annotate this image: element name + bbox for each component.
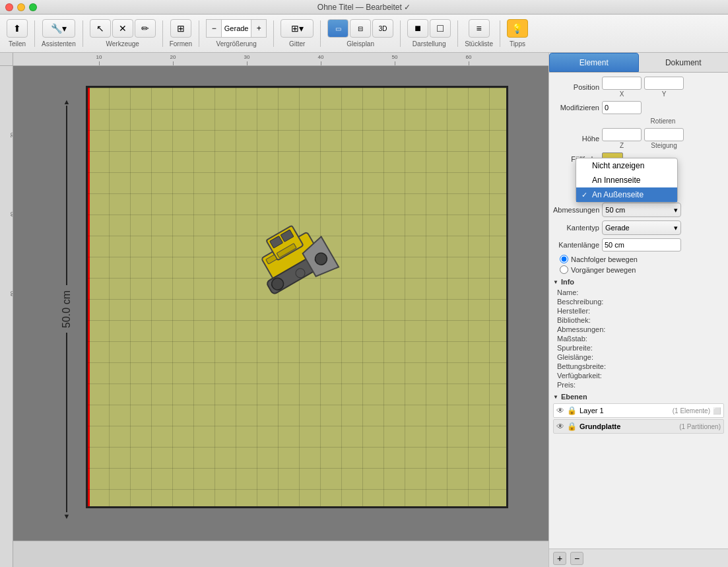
add-layer-button[interactable]: + bbox=[553, 552, 566, 565]
window-title: Ohne Titel — Bearbeitet ✓ bbox=[317, 3, 411, 12]
drawing-canvas[interactable]: ▲ 50.0 cm ▼ bbox=[13, 66, 548, 541]
stueckliste-label: Stückliste bbox=[465, 40, 493, 48]
tab-document[interactable]: Dokument bbox=[639, 53, 729, 72]
measure-bar bbox=[0, 541, 548, 567]
divider-1 bbox=[34, 20, 35, 47]
gleisplan-top-button[interactable]: ⊟ bbox=[350, 19, 371, 38]
zoom-out-button[interactable]: − bbox=[206, 19, 222, 38]
info-list: Name: Beschreibung: Hersteller: Biblioth… bbox=[553, 288, 724, 389]
kantentyp-dropdown[interactable]: Gerade ▾ bbox=[602, 220, 681, 235]
abmessungen-dropdown[interactable]: 50 cm ▾ bbox=[602, 203, 681, 217]
ruler-corner bbox=[0, 53, 13, 66]
layer-1-row[interactable]: 👁 🔒 Layer 1 (1 Elemente) ⬜ bbox=[553, 403, 724, 418]
darstellung-filled-button[interactable]: ■ bbox=[407, 19, 428, 38]
grundplatte-name: Grundplatte bbox=[579, 422, 677, 430]
toolbar-group-tipps: 💡 Tipps bbox=[503, 17, 532, 50]
position-label: Position bbox=[553, 83, 599, 91]
divider-7 bbox=[400, 20, 401, 47]
tab-element[interactable]: Element bbox=[549, 53, 639, 72]
hoehe-z-input[interactable] bbox=[602, 128, 642, 141]
dropdown-item-aussenseite[interactable]: ✓ An Außenseite bbox=[576, 187, 677, 202]
toolbar-group-gleisplan: ▭ ⊟ 3D Gleisplan bbox=[323, 17, 397, 50]
info-section-header: ▼ Info bbox=[553, 278, 724, 286]
steigung-label: Steigung bbox=[651, 142, 677, 149]
y-label: Y bbox=[662, 90, 667, 98]
fuellfarbe-dropdown-menu[interactable]: Nicht anzeigen An Innenseite ✓ An Außens… bbox=[576, 158, 678, 203]
grundplatte-lock-icon[interactable]: 🔒 bbox=[567, 422, 577, 431]
nachfolger-row: Nachfolger bewegen bbox=[553, 255, 724, 263]
right-panel: Element Dokument Position X Y Modifizier… bbox=[548, 53, 728, 567]
remove-layer-button[interactable]: − bbox=[570, 552, 583, 565]
vorgaenger-label: Vorgänger bewegen bbox=[571, 266, 636, 274]
divider-8 bbox=[457, 20, 458, 47]
gleisplan-3d-button[interactable]: 3D bbox=[372, 19, 393, 38]
toolbar-group-formen: ⊞ Formen bbox=[166, 17, 196, 50]
canvas-area[interactable]: 10 20 30 40 50 60 20 40 60 bbox=[0, 53, 548, 567]
titlebar: Ohne Titel — Bearbeitet ✓ bbox=[0, 0, 728, 15]
info-abmessungen: Abmessungen: bbox=[553, 325, 724, 333]
panel-tabs[interactable]: Element Dokument bbox=[549, 53, 728, 73]
divider-4 bbox=[199, 20, 199, 47]
delete-tool-button[interactable]: ✕ bbox=[112, 19, 133, 38]
gitter-button[interactable]: ⊞▾ bbox=[281, 19, 314, 38]
gleisplan-label: Gleisplan bbox=[347, 40, 374, 48]
z-label: Z bbox=[620, 142, 624, 149]
info-bettungsbreite: Bettungsbreite: bbox=[553, 362, 724, 370]
divider-2 bbox=[83, 20, 83, 47]
info-bibliothek: Bibliothek: bbox=[553, 316, 724, 324]
info-triangle: ▼ bbox=[553, 279, 558, 285]
zoom-controls[interactable]: − Gerade + bbox=[206, 19, 267, 38]
x-label: X bbox=[620, 90, 624, 98]
teilen-label: Teilen bbox=[9, 40, 26, 48]
hoehe-row: Höhe Z Steigung bbox=[553, 128, 724, 149]
select-tool-button[interactable]: ↖ bbox=[90, 19, 111, 38]
panel-bottom-bar: + − bbox=[549, 549, 728, 567]
nachfolger-radio[interactable] bbox=[560, 255, 568, 263]
zoom-in-button[interactable]: + bbox=[251, 19, 267, 38]
darstellung-outline-button[interactable]: □ bbox=[430, 19, 451, 38]
stueckliste-button[interactable]: ≡ bbox=[469, 19, 490, 38]
close-button[interactable] bbox=[5, 3, 13, 11]
divider-3 bbox=[162, 20, 163, 47]
toolbar-group-teilen: ⬆ Teilen bbox=[3, 17, 32, 50]
vorgaenger-row: Vorgänger bewegen bbox=[553, 265, 724, 274]
werkzeuge-label: Werkzeuge bbox=[106, 40, 139, 48]
layer-1-name: Layer 1 bbox=[579, 407, 670, 415]
hoehe-label: Höhe bbox=[553, 135, 599, 143]
teilen-button[interactable]: ⬆ bbox=[7, 19, 28, 38]
info-hersteller: Hersteller: bbox=[553, 307, 724, 315]
draw-tool-button[interactable]: ✏ bbox=[135, 19, 156, 38]
maximize-button[interactable] bbox=[29, 3, 37, 11]
kantenlaenge-row: Kantenlänge bbox=[553, 238, 724, 251]
layer-1-lock-icon[interactable]: 🔒 bbox=[567, 406, 577, 415]
dropdown-item-nicht-anzeigen[interactable]: Nicht anzeigen bbox=[576, 158, 677, 173]
dropdown-item-innenseite[interactable]: An Innenseite bbox=[576, 173, 677, 187]
info-verfuegbarkeit: Verfügbarkeit: bbox=[553, 372, 724, 380]
info-section-label: Info bbox=[561, 278, 574, 286]
vorgaenger-radio[interactable] bbox=[560, 265, 568, 274]
toolbar-group-vergroesserung: − Gerade + Vergrößerung bbox=[202, 17, 271, 50]
grundplatte-row[interactable]: 👁 🔒 Grundplatte (1 Partitionen) bbox=[553, 419, 724, 434]
minimize-button[interactable] bbox=[17, 3, 25, 11]
position-y-input[interactable] bbox=[644, 77, 684, 90]
gleisplan-2d-button[interactable]: ▭ bbox=[327, 19, 348, 38]
modifizieren-input[interactable] bbox=[602, 101, 642, 114]
window-controls[interactable] bbox=[5, 3, 37, 11]
ebenen-section-header: ▼ Ebenen bbox=[553, 393, 724, 401]
tipps-button[interactable]: 💡 bbox=[507, 19, 528, 38]
hoehe-steigung-input[interactable] bbox=[644, 128, 684, 141]
abmessungen-label: Abmessungen bbox=[553, 206, 599, 214]
formen-button[interactable]: ⊞ bbox=[170, 19, 191, 38]
layer-1-eye-icon[interactable]: 👁 bbox=[556, 406, 564, 415]
toolbar-group-gitter: ⊞▾ Gitter bbox=[277, 17, 317, 50]
rotieren-row: Rotieren bbox=[553, 117, 724, 125]
grundplatte-eye-icon[interactable]: 👁 bbox=[556, 422, 564, 431]
position-x-input[interactable] bbox=[602, 77, 642, 90]
darstellung-label: Darstellung bbox=[413, 40, 446, 48]
info-name: Name: bbox=[553, 288, 724, 296]
assistenten-button[interactable]: 🔧▾ bbox=[42, 19, 75, 38]
kantenlaenge-input[interactable] bbox=[602, 238, 681, 251]
main-layout: 10 20 30 40 50 60 20 40 60 bbox=[0, 53, 728, 567]
layer-1-expand-icon[interactable]: ⬜ bbox=[713, 407, 721, 415]
divider-5 bbox=[273, 20, 274, 47]
